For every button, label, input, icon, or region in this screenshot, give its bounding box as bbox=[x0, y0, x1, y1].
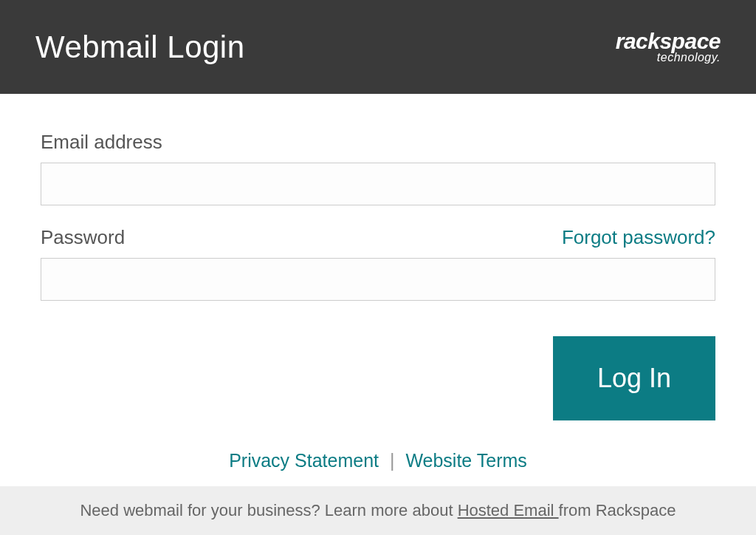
button-row: Log In bbox=[41, 336, 715, 420]
promo-bar: Need webmail for your business? Learn mo… bbox=[0, 486, 756, 535]
logo-main-text: rackspace bbox=[616, 30, 721, 52]
login-button[interactable]: Log In bbox=[553, 336, 715, 420]
password-label: Password bbox=[41, 226, 125, 249]
password-field-group: Password Forgot password? bbox=[41, 226, 715, 301]
promo-prefix: Need webmail for your business? Learn mo… bbox=[80, 501, 457, 519]
email-label: Email address bbox=[41, 131, 162, 154]
page-title: Webmail Login bbox=[35, 30, 245, 65]
privacy-statement-link[interactable]: Privacy Statement bbox=[229, 450, 379, 471]
hosted-email-link[interactable]: Hosted Email bbox=[458, 501, 559, 519]
login-form: Email address Password Forgot password? … bbox=[0, 94, 756, 471]
email-field-group: Email address bbox=[41, 131, 715, 205]
website-terms-link[interactable]: Website Terms bbox=[405, 450, 526, 471]
rackspace-logo: rackspace technology. bbox=[616, 30, 721, 64]
promo-suffix: from Rackspace bbox=[559, 501, 676, 519]
footer-separator: | bbox=[390, 450, 395, 471]
password-input[interactable] bbox=[41, 258, 715, 301]
footer-links: Privacy Statement | Website Terms bbox=[41, 450, 715, 471]
header: Webmail Login rackspace technology. bbox=[0, 0, 756, 94]
email-input[interactable] bbox=[41, 163, 715, 205]
forgot-password-link[interactable]: Forgot password? bbox=[562, 226, 715, 249]
